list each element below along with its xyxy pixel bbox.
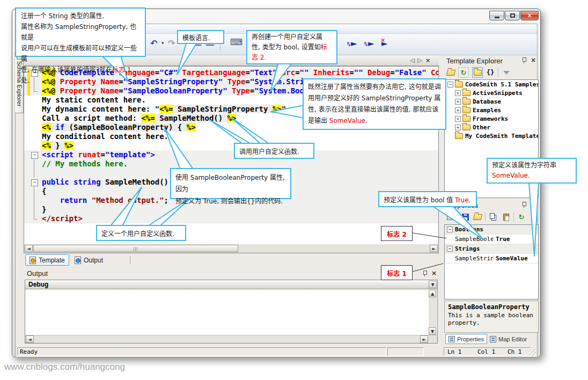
callout-use-boolean: 使用 SampleBooleanProperty 属性, 因为 预定义为 Tru… <box>170 168 291 199</box>
property-description: SampleBooleanProperty This is a sample b… <box>444 301 539 333</box>
output-horizontal-scrollbar[interactable]: ◄ ► <box>25 335 437 343</box>
close-button[interactable]: ✕ <box>520 11 539 20</box>
tree-toggle-icon[interactable]: + <box>455 107 461 113</box>
code-line[interactable]: // My methods here. <box>24 159 438 169</box>
map-editor-tab-icon <box>490 336 496 342</box>
undo-dropdown-icon[interactable]: ▾ <box>161 40 164 46</box>
scrollbar-thumb[interactable] <box>33 245 238 252</box>
braces-icon[interactable]: {} <box>485 67 496 78</box>
redo-icon[interactable]: ↷ <box>168 38 175 48</box>
code-line[interactable]: </script> <box>24 214 438 223</box>
output-tab-label: Output <box>84 257 103 264</box>
maximize-button[interactable] <box>505 11 520 20</box>
tree-item-label: CodeSmith 5.1 Samples <box>465 81 539 88</box>
code-line[interactable]: <% } %> <box>24 141 438 150</box>
cancel-run-icon[interactable]: ✕► <box>381 39 388 48</box>
debug-dropdown[interactable]: Debug ▼ <box>25 280 437 289</box>
screenshot-stage: ✕ ↶ ▾ ↷ ⌨ ► %► %► ✕► Schema Explorer ◁ ▷… <box>0 0 588 380</box>
status-ch: Ch 1 <box>508 348 522 355</box>
tab-map-editor[interactable]: Map Editor <box>487 334 530 344</box>
tab-template[interactable]: Template <box>25 254 69 266</box>
properties-tabs: Properties Map Editor <box>444 334 539 345</box>
debug-template-icon[interactable]: %► <box>364 39 374 48</box>
folder-view-icon[interactable] <box>472 67 483 78</box>
scroll-right-icon[interactable]: ► <box>430 245 438 252</box>
status-ready: Ready <box>17 347 386 356</box>
scroll-left-icon[interactable]: ◄ <box>26 335 34 343</box>
tree-item[interactable]: +Frameworks <box>445 114 538 123</box>
property-value[interactable]: True <box>493 236 510 243</box>
folder-icon <box>462 125 471 130</box>
refresh-icon[interactable]: ↻ <box>516 211 527 222</box>
status-line: Ln 1 <box>447 348 462 355</box>
nav-back-icon[interactable]: ◁ <box>409 57 416 64</box>
fold-guide <box>30 141 39 150</box>
callout-text: 处. <box>21 77 30 84</box>
output-vertical-scrollbar[interactable]: ▲ ▼ <box>429 290 437 335</box>
property-value[interactable]: SomeValue <box>493 255 528 262</box>
document-tabs: Template Output <box>24 254 439 267</box>
nav-forward-icon[interactable]: ▷ <box>416 57 423 64</box>
pin-icon[interactable] <box>521 57 527 64</box>
callout-define-method: 定义一个用户自定义函数. <box>96 225 186 241</box>
copy-icon[interactable] <box>488 211 498 222</box>
categorize-icon[interactable] <box>445 211 456 222</box>
category-toggle-icon[interactable]: − <box>447 226 453 232</box>
toolbar-separator <box>457 213 458 222</box>
fold-guide <box>30 105 39 114</box>
minimize-button[interactable] <box>489 11 504 20</box>
code-line[interactable]: My conditional content here. <box>24 132 438 141</box>
scroll-left-icon[interactable]: ◄ <box>25 245 33 252</box>
pin-icon[interactable] <box>422 270 428 277</box>
fold-toggle-icon[interactable] <box>30 150 39 159</box>
resize-grip[interactable] <box>529 349 536 356</box>
close-panel-icon[interactable]: × <box>531 201 536 208</box>
editor-horizontal-scrollbar[interactable]: ◄ ► <box>24 244 438 253</box>
tree-item[interactable]: My CodeSmith Templates <box>445 131 538 140</box>
dropdown-arrow-icon[interactable]: ▼ <box>429 281 437 288</box>
tree-item[interactable]: −CodeSmith 5.1 Samples <box>445 80 538 89</box>
undo-icon[interactable]: ↶ <box>150 38 157 48</box>
property-category-row[interactable]: −Booleans <box>445 225 538 235</box>
property-row[interactable]: SampleStrinSomeValue <box>445 254 538 264</box>
tree-item[interactable]: +ActiveSnippets <box>445 89 538 97</box>
property-category-row[interactable]: −Strings <box>445 244 538 254</box>
tree-toggle-icon[interactable]: + <box>455 90 461 96</box>
tree-item[interactable]: +Examples <box>445 106 538 114</box>
properties-toolbar: ↻ <box>444 210 539 224</box>
compile-template-icon[interactable]: %► <box>347 39 357 48</box>
fold-guide <box>30 205 39 214</box>
fold-guide <box>30 86 39 96</box>
close-panel-icon[interactable]: × <box>531 57 536 63</box>
tree-item[interactable]: +Database <box>445 97 538 106</box>
paste-icon[interactable] <box>501 211 511 222</box>
property-row[interactable]: SampleBooleTrue <box>445 235 538 244</box>
filter-icon[interactable] <box>501 67 512 78</box>
tab-close-icon[interactable]: × <box>424 57 431 64</box>
tree-toggle-icon[interactable]: + <box>455 116 461 122</box>
refresh-icon[interactable]: ↻ <box>458 67 469 78</box>
scroll-right-icon[interactable]: ► <box>420 335 428 343</box>
keyboard-icon[interactable]: ⌨ <box>230 37 242 47</box>
tab-output[interactable]: Output <box>71 254 107 266</box>
open-folder-icon[interactable] <box>445 67 456 78</box>
tree-toggle-icon[interactable]: + <box>455 99 461 105</box>
tab-separator <box>130 256 130 264</box>
category-toggle-icon[interactable]: − <box>447 246 453 252</box>
open-folder-icon[interactable] <box>472 211 483 222</box>
fold-toggle-icon[interactable] <box>30 178 39 187</box>
template-explorer-title: Template Explorer <box>446 57 503 65</box>
tree-item-label: Frameworks <box>473 115 508 122</box>
save-icon[interactable] <box>460 211 471 222</box>
tree-toggle-icon[interactable]: + <box>455 125 461 130</box>
pin-icon[interactable] <box>521 201 527 208</box>
code-line[interactable]: <script runat="template"> <box>24 150 438 159</box>
scroll-down-icon[interactable]: ▼ <box>429 327 436 335</box>
tree-toggle-icon[interactable]: − <box>447 82 453 87</box>
callout-text: 模板语言. <box>182 34 210 42</box>
close-panel-icon[interactable]: × <box>431 270 437 276</box>
property-name: SampleBoole <box>455 236 493 243</box>
tab-properties[interactable]: Properties <box>445 334 487 344</box>
scroll-up-icon[interactable]: ▲ <box>429 290 436 297</box>
tree-item[interactable]: +Other <box>445 123 538 131</box>
